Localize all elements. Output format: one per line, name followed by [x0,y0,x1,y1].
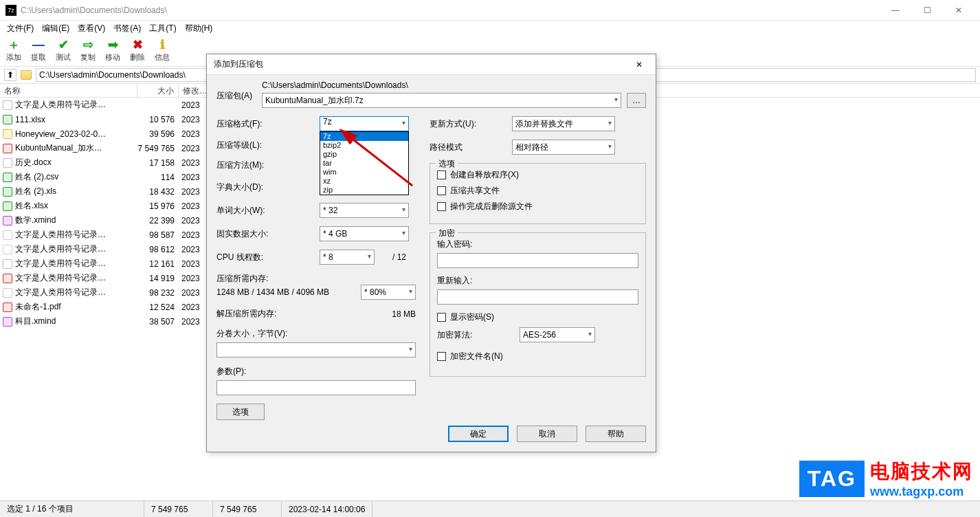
enc-algo-select[interactable]: AES-256 [520,327,595,342]
watermark-tag: TAG [799,461,865,497]
cpu-label: CPU 线程数: [216,252,320,263]
method-label: 压缩方法(M): [216,160,320,171]
help-button[interactable]: 帮助 [586,426,646,442]
format-option[interactable]: tar [320,159,408,168]
menu-item[interactable]: 帮助(H) [182,21,216,36]
app-icon: 7z [5,5,16,16]
cancel-button[interactable]: 取消 [517,426,577,442]
cpu-select[interactable]: * 8 [320,250,375,265]
format-option[interactable]: zip [320,186,408,195]
dialog-close-button[interactable]: ✕ [630,57,649,72]
col-header-size[interactable]: 大小 [137,84,179,97]
level-label: 压缩等级(L): [216,140,320,151]
tool-移动[interactable]: ➡移动 [103,37,122,63]
col-header-name[interactable]: 名称 [0,84,137,97]
tool-信息[interactable]: ℹ信息 [153,37,172,63]
maximize-button[interactable]: ☐ [911,0,943,21]
enc-algo-label: 加密算法: [437,329,520,341]
watermark-cn: 电脑技术网 [870,459,973,485]
mem-decomp-label: 解压缩所需内存: [216,308,392,320]
menu-item[interactable]: 工具(T) [146,21,179,36]
update-label: 更新方式(U): [430,118,512,130]
params-input[interactable] [216,380,416,395]
format-label: 压缩格式(F): [216,118,320,130]
share-label: 压缩共享文件 [450,185,500,197]
split-input[interactable] [216,342,416,358]
enc-legend: 加密 [436,228,458,239]
sfx-checkbox[interactable] [437,170,446,179]
word-select[interactable]: * 32 [320,203,409,218]
password-input[interactable] [437,253,638,268]
encnames-label: 加密文件名(N) [450,351,503,362]
dict-label: 字典大小(D): [216,182,320,193]
close-button[interactable]: ✕ [943,0,975,21]
solid-label: 固实数据大小: [216,228,320,240]
delete-label: 操作完成后删除源文件 [450,201,533,212]
archive-path-text: C:\Users\admin\Documents\Downloads\ [262,80,646,90]
solid-select[interactable]: * 4 GB [320,226,409,241]
format-option[interactable]: gzip [320,150,408,159]
format-option[interactable]: bzip2 [320,141,408,150]
folder-icon [21,70,32,80]
path-label: 路径模式 [430,142,512,153]
tool-添加[interactable]: ＋添加 [4,37,23,63]
minimize-button[interactable]: — [880,0,911,21]
options-legend: 选项 [436,158,458,170]
status-size2: 7 549 765 [213,501,282,517]
watermark-url: www.tagxp.com [870,485,973,499]
path-select[interactable]: 相对路径 [512,140,615,155]
showpw-checkbox[interactable] [437,313,446,322]
format-option[interactable]: wim [320,168,408,177]
menubar: 文件(F)编辑(E)查看(V)书签(A)工具(T)帮助(H) [0,21,980,36]
ok-button[interactable]: 确定 [448,426,509,442]
watermark: TAG 电脑技术网 www.tagxp.com [799,459,973,499]
format-select[interactable]: 7z [320,116,409,131]
delete-checkbox[interactable] [437,202,446,211]
showpw-label: 显示密码(S) [450,311,494,323]
archive-name-input[interactable]: KubuntuManual_加水印.7z [262,93,621,108]
menu-item[interactable]: 书签(A) [111,21,144,36]
encnames-checkbox[interactable] [437,352,446,361]
add-to-archive-dialog: 添加到压缩包 ✕ 压缩包(A) C:\Users\admin\Documents… [206,54,656,452]
word-label: 单词大小(W): [216,205,320,217]
status-date: 2023-02-14 14:00:06 [282,501,372,517]
mem-pct-select[interactable]: * 80% [361,285,416,300]
format-option[interactable]: xz [320,177,408,186]
update-select[interactable]: 添加并替换文件 [512,116,615,131]
password-confirm-input[interactable] [437,289,638,305]
cpu-total: / 12 [392,252,406,262]
status-size1: 7 549 765 [144,501,213,517]
options-button[interactable]: 选项 [216,404,265,420]
window-title: C:\Users\admin\Documents\Downloads\ [21,6,880,15]
share-checkbox[interactable] [437,186,446,195]
tool-提取[interactable]: —提取 [29,37,48,63]
mem-comp-label: 压缩所需内存: [216,273,416,285]
params-label: 参数(P): [216,366,320,377]
status-selection: 选定 1 / 16 个项目 [0,501,144,517]
split-label: 分卷大小，字节(V): [216,328,320,340]
enc-pw-label: 输入密码: [437,239,638,250]
tool-复制[interactable]: ⇨复制 [78,37,98,63]
enc-pw2-label: 重新输入: [437,275,638,287]
menu-item[interactable]: 文件(F) [4,21,36,36]
mem-decomp-value: 18 MB [392,309,416,319]
sfx-label: 创建自释放程序(X) [450,169,519,181]
menu-item[interactable]: 查看(V) [75,21,108,36]
tool-测试[interactable]: ✔测试 [54,37,73,63]
tool-删除[interactable]: ✖删除 [128,37,147,63]
menu-item[interactable]: 编辑(E) [39,21,72,36]
up-button[interactable]: ⬆ [4,69,16,81]
dialog-title: 添加到压缩包 [214,58,630,70]
archive-label: 压缩包(A) [216,80,256,102]
mem-comp-value: 1248 MB / 1434 MB / 4096 MB [216,287,361,297]
format-dropdown-list: 7zbzip2gziptarwimxzzip [320,131,409,195]
format-option[interactable]: 7z [320,132,408,141]
browse-button[interactable]: … [627,93,646,108]
